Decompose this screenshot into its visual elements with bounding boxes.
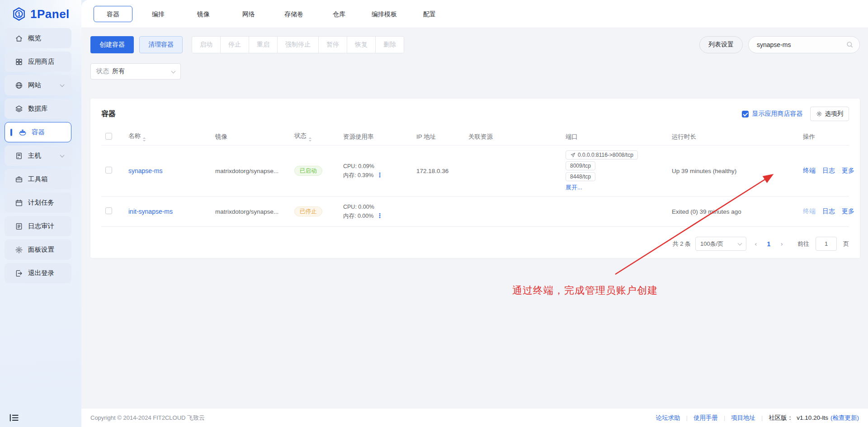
batch-button-3[interactable]: 强制停止 (277, 36, 319, 53)
action-logs[interactable]: 日志 (822, 207, 835, 216)
action-logs[interactable]: 日志 (822, 167, 835, 175)
footer-link-forum[interactable]: 论坛求助 (656, 414, 680, 422)
select-all-checkbox[interactable] (105, 133, 112, 140)
sidebar-item-app-store[interactable]: 应用商店 (5, 52, 71, 72)
action-more[interactable]: 更多 (842, 207, 854, 216)
sort-icon[interactable] (309, 137, 311, 141)
check-update-link[interactable]: (检查更新) (830, 414, 859, 422)
svg-text:1: 1 (17, 11, 20, 18)
tab-repos[interactable]: 仓库 (316, 6, 362, 22)
sidebar-item-toolbox[interactable]: 工具箱 (5, 169, 71, 189)
cpu-usage: CPU: 0.00% (343, 203, 406, 211)
page-size-value: 100条/页 (700, 240, 723, 248)
action-more[interactable]: 更多 (842, 167, 854, 175)
port-tag[interactable]: 0.0.0.0:8116->8008/tcp (566, 150, 638, 160)
search-input[interactable] (748, 36, 860, 53)
container-card: 容器 显示应用商店容器 选项列 (90, 99, 860, 258)
sidebar-item-overview[interactable]: 概览 (5, 28, 71, 48)
prev-page-button[interactable]: ‹ (751, 240, 761, 248)
show-appstore-checkbox[interactable] (742, 111, 749, 117)
sort-icon[interactable] (143, 137, 146, 141)
sidebar-item-host[interactable]: 主机 (5, 145, 71, 166)
column-header[interactable]: 名称 (123, 132, 210, 141)
version-text: v1.10.20-lts (797, 414, 828, 421)
tab-label: 配置 (410, 6, 449, 22)
batch-button-6[interactable]: 删除 (375, 36, 404, 53)
current-page[interactable]: 1 (765, 240, 773, 248)
pagination: 共 2 条 100条/页 ‹ 1 › 前往 页 (101, 237, 849, 251)
tab-compose[interactable]: 编排 (136, 6, 181, 22)
actions-cell: 终端日志更多 (797, 207, 860, 216)
send-icon (570, 152, 576, 158)
resource-monitor-icon[interactable]: ⋮ (377, 171, 383, 178)
goto-page-input[interactable] (816, 237, 837, 251)
sidebar-item-label: 工具箱 (28, 175, 48, 183)
tab-label: 容器 (94, 6, 132, 22)
create-container-button[interactable]: 创建容器 (90, 36, 134, 53)
row-checkbox[interactable] (105, 167, 112, 174)
resource-monitor-icon[interactable]: ⋮ (377, 212, 383, 219)
column-header[interactable]: 状态 (289, 132, 338, 141)
table-header-row: 名称镜像状态资源使用率IP 地址关联资源端口运行时长操作 (101, 128, 849, 145)
tab-images[interactable]: 镜像 (181, 6, 226, 22)
audit-log-icon (15, 222, 23, 230)
tab-settings[interactable]: 配置 (407, 6, 452, 22)
tab-volumes[interactable]: 存储卷 (271, 6, 316, 22)
list-settings-button[interactable]: 列表设置 (699, 36, 743, 53)
card-header-right: 显示应用商店容器 选项列 (742, 107, 849, 121)
sidebar-item-container[interactable]: 容器 (5, 122, 71, 142)
batch-button-5[interactable]: 恢复 (347, 36, 376, 53)
column-header: 操作 (797, 133, 849, 141)
sidebar-item-label: 日志审计 (28, 222, 54, 230)
column-header: 运行时长 (666, 133, 797, 141)
host-icon (15, 152, 23, 160)
column-header: IP 地址 (411, 133, 463, 141)
collapse-sidebar-icon[interactable] (9, 413, 19, 422)
footer-links-slot: 论坛求助|使用手册|项目地址| (656, 414, 769, 422)
row-checkbox[interactable] (105, 207, 112, 214)
page-size-select[interactable]: 100条/页 (695, 237, 746, 251)
brand-logo[interactable]: 1 1Panel (0, 0, 81, 28)
batch-button-4[interactable]: 暂停 (318, 36, 347, 53)
footer-link-repo[interactable]: 项目地址 (731, 414, 755, 422)
active-indicator (10, 129, 12, 136)
sidebar-item-logout[interactable]: 退出登录 (5, 263, 71, 283)
chevron-down-icon (60, 82, 65, 87)
clean-container-button[interactable]: 清理容器 (139, 36, 183, 53)
column-options-button[interactable]: 选项列 (810, 107, 849, 121)
tab-label: 存储卷 (274, 6, 313, 22)
memory-usage: 内存: 0.39% ⋮ (343, 171, 406, 180)
action-terminal[interactable]: 终端 (803, 207, 816, 216)
search-box (748, 36, 860, 53)
sidebar-item-website[interactable]: 网站 (5, 75, 71, 95)
next-page-button[interactable]: › (777, 240, 787, 248)
sidebar: 1 1Panel 概览应用商店网站数据库容器主机工具箱计划任务日志审计面板设置退… (0, 0, 81, 427)
port-tag[interactable]: 8009/tcp (566, 161, 595, 170)
column-header: 资源使用率 (338, 133, 411, 141)
footer-link-manual[interactable]: 使用手册 (693, 414, 718, 422)
memory-usage: 内存: 0.00% ⋮ (343, 211, 406, 221)
sidebar-item-log-audit[interactable]: 日志审计 (5, 216, 71, 236)
copyright-text: Copyright © 2014-2024 FIT2CLOUD 飞致云 (90, 414, 205, 422)
sidebar-item-panel-settings[interactable]: 面板设置 (5, 239, 71, 260)
container-name-link[interactable]: synapse-ms (128, 167, 162, 174)
status-filter-select[interactable]: 状态 所有 (90, 63, 181, 80)
show-appstore-toggle[interactable]: 显示应用商店容器 (742, 110, 803, 118)
sidebar-item-database[interactable]: 数据库 (5, 99, 71, 119)
tab-label: 镜像 (184, 6, 223, 22)
toolbox-icon (15, 175, 23, 183)
batch-button-2[interactable]: 重启 (249, 36, 278, 53)
tab-networks[interactable]: 网络 (226, 6, 271, 22)
port-tag[interactable]: 8448/tcp (566, 172, 595, 181)
main-area: 容器编排镜像网络存储卷仓库编排模板配置 创建容器 清理容器 启动停止重启强制停止… (81, 0, 868, 427)
sidebar-item-cron-jobs[interactable]: 计划任务 (5, 192, 71, 213)
action-terminal[interactable]: 终端 (803, 167, 816, 175)
tab-templates[interactable]: 编排模板 (362, 6, 407, 22)
search-icon[interactable] (846, 41, 854, 48)
tab-containers[interactable]: 容器 (90, 6, 136, 22)
column-header: 关联资源 (463, 133, 560, 141)
container-name-link[interactable]: init-synapse-ms (128, 208, 173, 215)
batch-button-0[interactable]: 启动 (192, 36, 221, 53)
batch-button-1[interactable]: 停止 (220, 36, 249, 53)
ports-expand-link[interactable]: 展开... (566, 183, 582, 192)
